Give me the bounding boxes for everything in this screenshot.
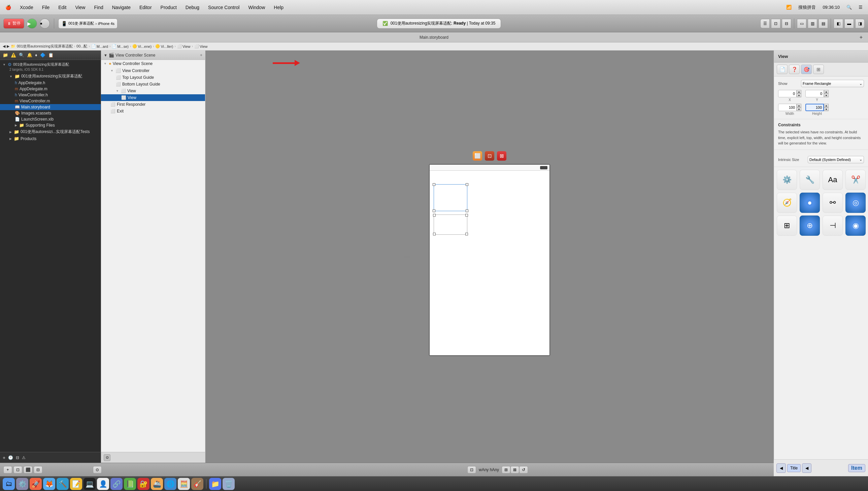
w-input[interactable]: 100: [778, 104, 797, 111]
dock-evernote[interactable]: 📗: [124, 478, 136, 490]
nav-item-appdelegate-h[interactable]: h AppDelegate.h: [0, 80, 101, 86]
nav-item-project-root[interactable]: ▼ ⚙ 001使用autoresizing实现屏幕适配: [0, 61, 101, 68]
dock-downloads[interactable]: 📁: [209, 478, 221, 490]
dock-finder[interactable]: 🗂: [3, 478, 15, 490]
w-stepper-down[interactable]: ▼: [797, 108, 801, 111]
nav-toggle-btn[interactable]: ☰: [760, 19, 770, 28]
nav-icon-flag[interactable]: 🔔: [27, 53, 32, 58]
nav-add-btn[interactable]: +: [3, 455, 5, 460]
dock-app9[interactable]: 🌐: [164, 478, 176, 490]
nav-icon-search[interactable]: 🔍: [19, 53, 24, 58]
lib-icon-4[interactable]: 🧭: [777, 193, 797, 213]
layout-std-btn[interactable]: ▭: [797, 19, 806, 28]
add-constraint-btn[interactable]: +: [3, 466, 12, 473]
stop-run-button[interactable]: ■: [40, 19, 50, 29]
breadcrumb-nav-right[interactable]: ▶: [7, 44, 9, 49]
editor-toggle-btn[interactable]: ⊡: [771, 19, 780, 28]
dock-launchpad[interactable]: 🚀: [30, 478, 42, 490]
lib-icon-7[interactable]: ◎: [845, 193, 866, 213]
menu-navigate[interactable]: Navigate: [111, 4, 132, 11]
y-stepper-up[interactable]: ▲: [824, 90, 829, 94]
y-input[interactable]: 0: [805, 90, 824, 97]
apple-menu[interactable]: 🍎: [4, 4, 12, 11]
dock-prefs[interactable]: ⚙️: [16, 478, 28, 490]
nav-item-products[interactable]: ▶ 📁 Products: [0, 135, 101, 142]
x-stepper[interactable]: ▲ ▼: [797, 90, 801, 97]
tab-add-btn[interactable]: +: [860, 34, 863, 40]
nav-filter-btn[interactable]: ⊟: [16, 455, 19, 460]
dock-contacts[interactable]: 👤: [97, 478, 109, 490]
scene-config-btn[interactable]: ⊠: [510, 466, 519, 473]
breadcrumb-item-7[interactable]: ⬜View: [194, 44, 208, 49]
menu-edit[interactable]: Edit: [57, 4, 68, 11]
dock-app11[interactable]: 🎸: [191, 478, 203, 490]
layout-assist-btn[interactable]: ▥: [808, 19, 817, 28]
menu-xcode[interactable]: Xcode: [19, 4, 35, 11]
menu-find[interactable]: Find: [93, 4, 104, 11]
w-stepper[interactable]: ▲ ▼: [797, 104, 801, 111]
menu-input-method[interactable]: 搜狼拼音: [797, 4, 817, 11]
refresh-btn[interactable]: ↺: [519, 466, 528, 473]
breadcrumb-item-0[interactable]: 001使用autoresizing实现屏幕适配: [17, 44, 73, 49]
outline-zoom-out-btn[interactable]: ⊙: [93, 466, 102, 473]
breadcrumb-item-2[interactable]: 📄M...ard: [91, 44, 108, 49]
outline-item-vc[interactable]: ▼ ⬜ View Controller: [101, 67, 205, 74]
dock-notes[interactable]: 📝: [70, 478, 82, 490]
menu-search-icon[interactable]: 🔍: [845, 4, 853, 10]
outline-zoom-btn[interactable]: ⊙: [104, 454, 111, 461]
outline-item-toplayout[interactable]: ⬜ Top Layout Guide: [101, 74, 205, 81]
lib-icon-10[interactable]: ⊣: [822, 215, 843, 236]
panel-left-btn[interactable]: ◧: [834, 19, 843, 28]
dock-filezilla[interactable]: 🔐: [138, 478, 149, 490]
lib-icon-0[interactable]: ⚙️: [777, 170, 797, 190]
y-stepper[interactable]: ▲ ▼: [824, 90, 829, 97]
scheme-selector[interactable]: 📱 001使·屏幕适配 › iPhone 4s: [58, 19, 118, 29]
h-stepper[interactable]: ▲ ▼: [824, 104, 829, 111]
lib-icon-11[interactable]: ◉: [845, 215, 866, 236]
canvas-zoom-btn[interactable]: ⊡: [467, 466, 476, 473]
dock-transmit[interactable]: 🚢: [151, 478, 163, 490]
nav-item-supporting[interactable]: ▶ 📁 Supporting Files: [0, 122, 101, 128]
x-stepper-down[interactable]: ▼: [797, 94, 801, 97]
lib-icon-8[interactable]: ⊞: [777, 215, 797, 236]
outline-item-scene[interactable]: ▼ ● View Controller Scene: [101, 60, 205, 67]
intrinsic-select[interactable]: Default (System Defined) ⌄: [808, 156, 864, 163]
nav-item-tests[interactable]: ▶ 📁 001使用autoresizi...实现屏幕适配Tests: [0, 128, 101, 135]
dock-xcode[interactable]: 🔨: [57, 478, 69, 490]
w-stepper-up[interactable]: ▲: [797, 104, 801, 108]
inspector-tab-quickhelp[interactable]: ❓: [789, 65, 800, 74]
nav-item-viewcontroller-m[interactable]: m ViewController.m: [0, 98, 101, 104]
lib-icon-2[interactable]: Aa: [822, 170, 843, 190]
outline-expand-icon[interactable]: ▼: [104, 53, 108, 57]
iphone-frame[interactable]: ⬜ ⊡ ⊠: [429, 164, 550, 356]
outline-item-exit[interactable]: ⬜ Exit: [101, 108, 205, 115]
breadcrumb-item-3[interactable]: 📄M...se): [112, 44, 129, 49]
menu-editor[interactable]: Editor: [138, 4, 153, 11]
lib-icon-6[interactable]: ⚯: [822, 193, 843, 213]
menu-file[interactable]: File: [41, 4, 51, 11]
inspector-tab-file[interactable]: 📄: [777, 65, 787, 74]
lib-icon-3[interactable]: ✂️: [845, 170, 866, 190]
menu-source-control[interactable]: Source Control: [207, 4, 241, 11]
device-config-btn[interactable]: ⊞: [502, 466, 510, 473]
dock-terminal[interactable]: 💻: [84, 478, 96, 490]
menu-list-icon[interactable]: ☰: [857, 4, 864, 10]
stop-button[interactable]: ⏸ 暂停: [3, 19, 24, 29]
nav-item-viewcontroller-h[interactable]: h ViewController.h: [0, 92, 101, 98]
nav-icon-breakpoint[interactable]: 🔷: [40, 53, 46, 58]
dock-trash[interactable]: 🗑️: [222, 478, 235, 490]
inspector-tab-attrs[interactable]: ⊞: [813, 65, 824, 74]
h-input[interactable]: 100: [805, 104, 824, 111]
nav-item-launchscreen[interactable]: 📄 LaunchScreen.xib: [0, 116, 101, 122]
breadcrumb-item-1[interactable]: 00...配: [77, 44, 87, 49]
menu-debug[interactable]: Debug: [184, 4, 201, 11]
menu-view[interactable]: View: [74, 4, 87, 11]
h-stepper-up[interactable]: ▲: [824, 104, 829, 108]
dock-safari[interactable]: 🦊: [43, 478, 55, 490]
nav-icon-report[interactable]: 📋: [48, 53, 54, 58]
run-button[interactable]: ▶: [27, 19, 37, 29]
y-stepper-down[interactable]: ▼: [824, 94, 829, 97]
nav-item-images[interactable]: 🎨 Images.xcassets: [0, 110, 101, 116]
show-select[interactable]: Frame Rectangle ⌄: [801, 80, 864, 87]
lib-icon-1[interactable]: 🔧: [800, 170, 820, 190]
